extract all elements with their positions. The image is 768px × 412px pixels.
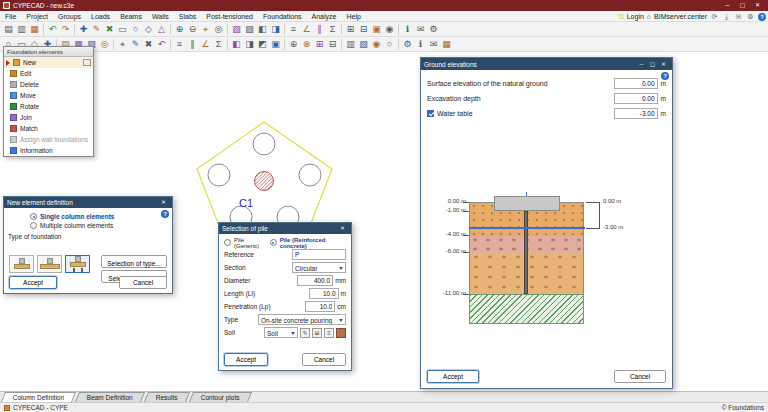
toolbar-icon[interactable]: ✉ (414, 23, 427, 36)
toolbar-icon[interactable]: ◎ (212, 23, 225, 36)
type-select[interactable]: On-site concrete pouring (258, 314, 346, 325)
menu-analyze[interactable]: Analyze (307, 11, 342, 22)
toolbar-icon[interactable]: ⊕ (287, 38, 300, 51)
panel-item-information[interactable]: Information (4, 145, 93, 156)
copy-soil-icon[interactable]: ⊞ (312, 328, 322, 338)
menu-post-tensioned[interactable]: Post-tensioned (201, 11, 258, 22)
footing-type-strip-button[interactable] (37, 255, 62, 273)
toolbar-icon[interactable]: ○ (129, 23, 142, 36)
pile-circle[interactable] (299, 164, 321, 186)
toolbar-icon[interactable]: ℹ (401, 23, 414, 36)
toolbar-icon[interactable]: Σ (212, 38, 225, 51)
toolbar-icon[interactable]: ⌖ (199, 23, 212, 36)
toolbar-icon[interactable]: ▨ (243, 23, 256, 36)
dialog-title-bar[interactable]: New element definition ✕ (4, 197, 172, 208)
toolbar-icon[interactable]: ✖ (103, 23, 116, 36)
close-icon[interactable]: ✕ (337, 223, 348, 234)
download-icon[interactable]: ⤓ (722, 12, 731, 21)
radio-pile-generic[interactable] (224, 239, 231, 246)
panel-item-delete[interactable]: Delete (4, 79, 93, 90)
toolbar-icon[interactable]: ⚙ (401, 38, 414, 51)
footing-type-pile-cap-button[interactable] (65, 255, 90, 273)
bimserver-link[interactable]: BIMserver.center (654, 13, 707, 20)
toolbar-icon[interactable]: ⊗ (300, 38, 313, 51)
selection-of-type-button[interactable]: Selection of type... (101, 255, 167, 268)
panel-item-edit[interactable]: Edit (4, 68, 93, 79)
excavation-depth-input[interactable] (614, 93, 658, 104)
toolbar-icon[interactable]: ⊕ (173, 23, 186, 36)
toolbar-icon[interactable]: ✎ (129, 38, 142, 51)
sync-icon[interactable]: ⟳ (710, 12, 719, 21)
diameter-input[interactable] (297, 275, 333, 286)
toolbar-icon[interactable]: ✉ (427, 38, 440, 51)
toolbar-icon[interactable]: ◇ (142, 23, 155, 36)
toolbar-icon[interactable]: ℹ (414, 38, 427, 51)
tab-contour-plots[interactable]: Contour plots (189, 392, 252, 402)
menu-walls[interactable]: Walls (147, 11, 174, 22)
toolbar-icon[interactable]: ⊞ (313, 38, 326, 51)
soil-select[interactable]: Soil (264, 327, 298, 338)
cancel-button[interactable]: Cancel (302, 353, 346, 366)
maximize-icon[interactable]: ▢ (647, 59, 658, 70)
cancel-button[interactable]: Cancel (614, 370, 666, 383)
menu-help[interactable]: Help (341, 11, 365, 22)
help-icon[interactable]: ? (161, 210, 169, 218)
radio-pile-rc[interactable] (270, 239, 277, 246)
help-icon[interactable]: ? (758, 13, 766, 21)
accept-button[interactable]: Accept (427, 370, 479, 383)
tab-beam-definition[interactable]: Beam Definition (75, 392, 145, 402)
accept-button[interactable]: Accept (224, 353, 268, 366)
toolbar-icon[interactable]: ⌖ (116, 38, 129, 51)
menu-loads[interactable]: Loads (86, 11, 115, 22)
cancel-button[interactable]: Cancel (119, 276, 167, 289)
footing-type-pad-button[interactable] (9, 255, 34, 273)
toolbar-icon[interactable]: ◧ (230, 38, 243, 51)
pile-circle[interactable] (253, 133, 275, 155)
menu-file[interactable]: File (0, 11, 21, 22)
radio-single-column[interactable]: Single column elements (30, 213, 168, 220)
soil-list-icon[interactable]: ≡ (324, 328, 334, 338)
toolbar-icon[interactable]: Σ (326, 23, 339, 36)
toolbar-icon[interactable]: ⊞ (344, 23, 357, 36)
toolbar-icon[interactable]: ⊟ (357, 23, 370, 36)
panel-item-join[interactable]: Join (4, 112, 93, 123)
toolbar-icon[interactable]: ↶ (155, 38, 168, 51)
maximize-icon[interactable]: ▢ (735, 0, 750, 11)
toolbar-icon[interactable]: ▧ (357, 38, 370, 51)
panel-item-new[interactable]: New (4, 57, 93, 68)
settings-icon[interactable]: ⚙ (746, 12, 755, 21)
pile-circle[interactable] (208, 164, 230, 186)
toolbar-icon[interactable]: ▭ (116, 23, 129, 36)
toolbar-icon[interactable]: ◨ (269, 23, 282, 36)
toolbar-icon[interactable]: ⊖ (186, 23, 199, 36)
toolbar-icon[interactable]: ▦ (28, 23, 41, 36)
login-link[interactable]: Login (627, 13, 644, 20)
accept-button[interactable]: Accept (9, 276, 57, 289)
toolbar-icon[interactable]: ◨ (243, 38, 256, 51)
toolbar-icon[interactable]: ○ (383, 38, 396, 51)
radio-multiple-column[interactable]: Multiple column elements (30, 222, 168, 229)
toolbar-icon[interactable]: ▧ (230, 23, 243, 36)
toolbar-icon[interactable]: ≡ (287, 23, 300, 36)
toolbar-icon[interactable]: ▣ (370, 23, 383, 36)
close-icon[interactable]: ✕ (658, 59, 669, 70)
toolbar-icon[interactable]: ▥ (15, 23, 28, 36)
toolbar-icon[interactable]: ◎ (98, 38, 111, 51)
toolbar-icon[interactable]: ◉ (383, 23, 396, 36)
penetration-input[interactable] (305, 301, 335, 312)
toolbar-icon[interactable]: ✎ (90, 23, 103, 36)
toolbar-icon[interactable]: ◩ (256, 38, 269, 51)
panel-item-rotate[interactable]: Rotate (4, 101, 93, 112)
water-table-input[interactable] (614, 108, 658, 119)
toolbar-icon[interactable]: ↷ (59, 23, 72, 36)
tab-column-definition[interactable]: Column Definition (1, 392, 76, 402)
panel-extra-icon[interactable] (83, 59, 91, 66)
minimize-icon[interactable]: ─ (720, 0, 735, 11)
toolbar-icon[interactable]: ∥ (186, 38, 199, 51)
edit-soil-icon[interactable]: ✎ (300, 328, 310, 338)
menu-groups[interactable]: Groups (53, 11, 86, 22)
water-table-checkbox[interactable] (427, 110, 434, 117)
toolbar-icon[interactable]: △ (155, 23, 168, 36)
mail-icon[interactable]: ✉ (734, 12, 743, 21)
menu-slabs[interactable]: Slabs (174, 11, 202, 22)
